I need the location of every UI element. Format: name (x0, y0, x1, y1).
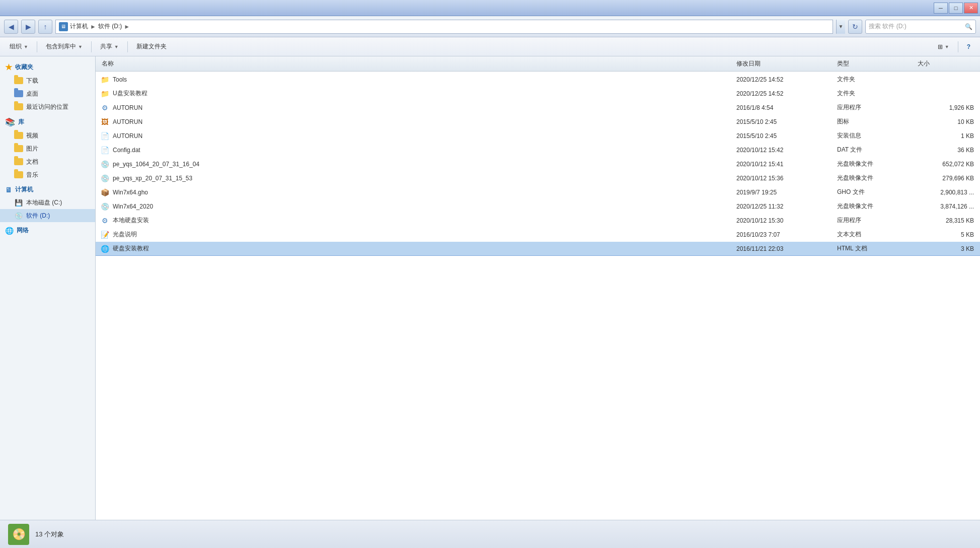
file-type-icon: 💿 (100, 201, 110, 212)
include-library-button[interactable]: 包含到库中 ▼ (40, 40, 88, 54)
window-controls: ─ □ ✕ (934, 3, 978, 14)
file-size: 1,926 KB (916, 104, 976, 111)
file-type: 文本文档 (835, 230, 916, 239)
table-row[interactable]: 🌐 硬盘安装教程 2016/11/21 22:03 HTML 文档 3 KB (96, 242, 980, 256)
file-type: 文件夹 (835, 89, 916, 98)
videos-icon (14, 131, 23, 140)
file-name: 硬盘安装教程 (113, 244, 149, 253)
file-date: 2019/9/7 19:25 (734, 189, 835, 196)
libraries-label: 库 (18, 118, 24, 126)
sidebar-item-recent[interactable]: 最近访问的位置 (0, 100, 95, 113)
col-header-type[interactable]: 类型 (835, 59, 916, 68)
file-date: 2016/10/23 7:07 (734, 231, 835, 238)
file-date: 2020/12/25 11:32 (734, 203, 835, 210)
recent-icon (14, 102, 23, 111)
new-folder-button[interactable]: 新建文件夹 (131, 40, 172, 54)
sidebar-item-docs[interactable]: 文档 (0, 155, 95, 168)
disk-d-icon: 💿 (14, 211, 23, 220)
col-header-modified[interactable]: 修改日期 (734, 59, 835, 68)
file-name: AUTORUN (113, 118, 142, 125)
col-header-size[interactable]: 大小 (916, 59, 976, 68)
views-button[interactable]: ⊞ ▼ (932, 40, 955, 54)
computer-header[interactable]: 🖥 计算机 (0, 183, 95, 196)
refresh-button[interactable]: ↻ (848, 20, 862, 34)
file-size: 2,900,813 ... (916, 189, 976, 196)
share-arrow-icon: ▼ (114, 44, 119, 49)
forward-button[interactable]: ▶ (21, 20, 35, 34)
table-row[interactable]: ⚙ AUTORUN 2016/1/8 4:54 应用程序 1,926 KB (96, 101, 980, 115)
file-name-cell: 📦 Win7x64.gho (100, 187, 734, 197)
table-row[interactable]: 💿 pe_yqs_1064_20_07_31_16_04 2020/10/12 … (96, 157, 980, 171)
sidebar-item-desktop[interactable]: 桌面 (0, 87, 95, 100)
table-row[interactable]: 📄 Config.dat 2020/10/12 15:42 DAT 文件 36 … (96, 143, 980, 157)
downloads-label: 下载 (26, 77, 38, 85)
file-name: pe_yqs_xp_20_07_31_15_53 (113, 175, 192, 182)
table-row[interactable]: 💿 pe_yqs_xp_20_07_31_15_53 2020/10/12 15… (96, 171, 980, 185)
table-row[interactable]: 📁 U盘安装教程 2020/12/25 14:52 文件夹 (96, 87, 980, 101)
table-row[interactable]: 📁 Tools 2020/12/25 14:52 文件夹 (96, 73, 980, 87)
file-name: Win7x64.gho (113, 189, 148, 196)
toolbar: 组织 ▼ 包含到库中 ▼ 共享 ▼ 新建文件夹 ⊞ ▼ ? (0, 37, 980, 56)
table-row[interactable]: ⚙ 本地硬盘安装 2020/10/12 15:30 应用程序 28,315 KB (96, 214, 980, 228)
path-computer: 计算机 (70, 22, 88, 31)
docs-label: 文档 (26, 158, 38, 166)
organize-button[interactable]: 组织 ▼ (4, 40, 34, 54)
views-icon: ⊞ (938, 43, 943, 50)
table-row[interactable]: 🖼 AUTORUN 2015/5/10 2:45 图标 10 KB (96, 115, 980, 129)
file-size: 3,874,126 ... (916, 203, 976, 210)
file-type-icon: 📦 (100, 187, 110, 197)
file-size: 652,072 KB (916, 161, 976, 168)
status-icon: 📀 (8, 524, 29, 545)
address-path[interactable]: 🖥 计算机 ► 软件 (D:) ► (55, 20, 833, 34)
libraries-header[interactable]: 📚 库 (0, 115, 95, 129)
share-label: 共享 (100, 42, 112, 51)
file-type: 图标 (835, 117, 916, 126)
file-type-icon: 🌐 (100, 244, 110, 254)
sidebar-item-local-c[interactable]: 💾 本地磁盘 (C:) (0, 196, 95, 209)
file-name: 光盘说明 (113, 230, 137, 239)
status-bar: 📀 13 个对象 (0, 520, 980, 548)
maximize-button[interactable]: □ (949, 3, 963, 14)
file-type: HTML 文档 (835, 244, 916, 253)
libraries-icon: 📚 (5, 117, 15, 127)
file-list: 📁 Tools 2020/12/25 14:52 文件夹 📁 U盘安装教程 20… (96, 72, 980, 257)
file-size: 28,315 KB (916, 217, 976, 224)
sidebar-item-music[interactable]: 音乐 (0, 168, 95, 181)
content-pane: 名称 修改日期 类型 大小 📁 Tools 2020/12/25 14:52 文… (96, 56, 980, 520)
help-button[interactable]: ? (961, 40, 976, 54)
desktop-icon (14, 89, 23, 98)
up-button[interactable]: ↑ (38, 20, 52, 34)
file-type-icon: ⚙ (100, 103, 110, 113)
close-button[interactable]: ✕ (964, 3, 978, 14)
file-type: 光盘映像文件 (835, 160, 916, 168)
sidebar-item-software-d[interactable]: 💿 软件 (D:) (0, 209, 95, 222)
network-header[interactable]: 🌐 网络 (0, 224, 95, 237)
sidebar-item-images[interactable]: 图片 (0, 142, 95, 155)
table-row[interactable]: 📝 光盘说明 2016/10/23 7:07 文本文档 5 KB (96, 228, 980, 242)
sidebar-item-downloads[interactable]: 下载 (0, 74, 95, 87)
organize-arrow-icon: ▼ (24, 44, 28, 49)
table-row[interactable]: 📦 Win7x64.gho 2019/9/7 19:25 GHO 文件 2,90… (96, 185, 980, 199)
downloads-icon (14, 76, 23, 85)
table-row[interactable]: 💿 Win7x64_2020 2020/12/25 11:32 光盘映像文件 3… (96, 199, 980, 214)
favorites-header[interactable]: ★ 收藏夹 (0, 60, 95, 74)
table-row[interactable]: 📄 AUTORUN 2015/5/10 2:45 安装信息 1 KB (96, 129, 980, 143)
file-name-cell: ⚙ 本地硬盘安装 (100, 216, 734, 226)
file-name-cell: 📝 光盘说明 (100, 230, 734, 240)
column-headers: 名称 修改日期 类型 大小 (96, 56, 980, 72)
col-header-name[interactable]: 名称 (100, 59, 734, 68)
toolbar-sep1 (37, 41, 37, 52)
sidebar-item-videos[interactable]: 视频 (0, 129, 95, 142)
search-box[interactable]: 搜索 软件 (D:) 🔍 (865, 20, 976, 34)
network-section: 🌐 网络 (0, 224, 95, 237)
file-name: U盘安装教程 (113, 89, 147, 98)
sidebar: ★ 收藏夹 下载 桌面 最近访问的位置 (0, 56, 96, 520)
path-dropdown-button[interactable]: ▼ (836, 20, 845, 34)
share-button[interactable]: 共享 ▼ (95, 40, 124, 54)
minimize-button[interactable]: ─ (934, 3, 948, 14)
back-button[interactable]: ◀ (4, 20, 18, 34)
file-size: 10 KB (916, 118, 976, 125)
path-computer-icon: 🖥 (59, 22, 68, 31)
file-type: 应用程序 (835, 103, 916, 112)
computer-icon: 🖥 (5, 186, 12, 194)
